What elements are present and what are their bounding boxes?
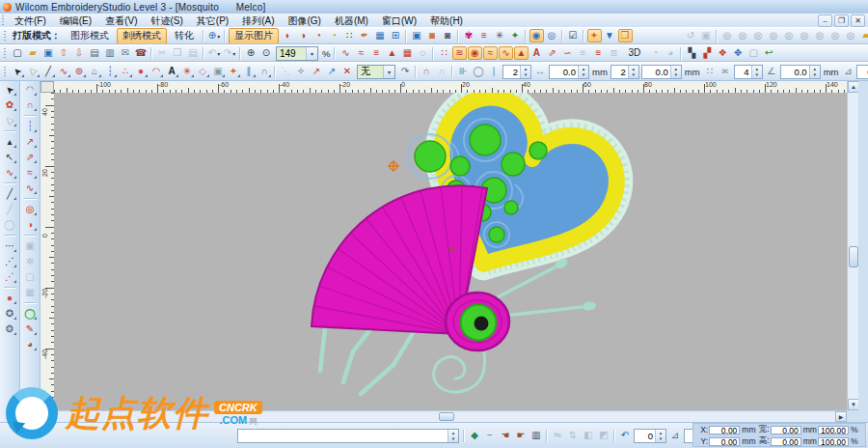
hoop-template-icon[interactable]: ◎ bbox=[782, 29, 797, 42]
figure-tool-icon[interactable]: ✦ bbox=[227, 65, 241, 78]
digitize-zero-icon[interactable]: ⊚ bbox=[72, 65, 87, 78]
person-green-icon[interactable]: ✦ bbox=[508, 29, 523, 42]
dropdown-caret[interactable]: ▾ bbox=[217, 50, 220, 57]
stitch-motif-icon[interactable]: ◌ bbox=[416, 46, 430, 60]
spinner[interactable]: ▴▾ bbox=[448, 430, 458, 442]
underlay-combo[interactable]: 无▾ bbox=[357, 65, 395, 79]
spinner[interactable]: ▴▾ bbox=[578, 66, 588, 78]
open-folder-gold-icon[interactable]: ▰ bbox=[859, 29, 868, 42]
menu-item[interactable]: 机器(M) bbox=[328, 15, 375, 26]
zoom-in-icon[interactable]: ⊕ bbox=[244, 46, 258, 60]
length-icon[interactable]: ↔ bbox=[533, 65, 548, 78]
select-flower-icon[interactable]: ✿ bbox=[3, 98, 17, 112]
select-white-icon[interactable]: ➤ bbox=[3, 114, 17, 127]
line-tool-icon[interactable]: ╱ bbox=[41, 65, 56, 78]
field-value[interactable]: 0 bbox=[635, 430, 655, 442]
spinner[interactable]: ▴▾ bbox=[520, 66, 530, 78]
arc-red-icon[interactable]: ∩ bbox=[420, 65, 434, 78]
leaf-gold-icon[interactable]: ◔ bbox=[327, 29, 341, 42]
angle-icon[interactable]: ∠ bbox=[764, 65, 778, 78]
width-value-field[interactable]: 0.00 bbox=[771, 426, 801, 434]
field-value[interactable]: 4 bbox=[735, 66, 751, 78]
stitch-count-field[interactable]: 2▴▾ bbox=[502, 65, 531, 79]
lettering-tool-icon[interactable]: A bbox=[165, 65, 179, 78]
digitize-run-icon[interactable]: ∿ bbox=[57, 65, 71, 78]
hoop-template-icon[interactable]: ◎ bbox=[767, 29, 781, 42]
open-icon[interactable]: ▰ bbox=[26, 46, 41, 60]
scale-y-field[interactable]: 100.00 bbox=[818, 437, 849, 446]
paste-icon[interactable]: ▤ bbox=[186, 46, 201, 60]
spinner[interactable]: ▴▾ bbox=[751, 66, 762, 78]
dashed-line-icon[interactable]: ┆ bbox=[103, 65, 118, 78]
hoop-globe-icon[interactable]: ⊕▾ bbox=[207, 29, 222, 42]
menu-item[interactable]: 查看(V) bbox=[98, 15, 144, 26]
path-red-icon[interactable]: ↗ bbox=[310, 65, 324, 78]
effect-texture-icon[interactable]: ▲ bbox=[514, 46, 529, 60]
undo-machine-icon[interactable]: ↺ bbox=[684, 29, 698, 42]
arrow-red2-icon[interactable]: ⇗ bbox=[23, 151, 38, 164]
nodes-gray-icon[interactable]: ⋱ bbox=[279, 65, 293, 78]
select-open-tool-icon[interactable]: ➤ bbox=[26, 65, 41, 78]
run-bar-icon[interactable]: ∣ bbox=[487, 65, 502, 78]
arc-pen-icon[interactable]: ◠ bbox=[23, 83, 38, 97]
mirror-h-icon[interactable]: ◧ bbox=[582, 429, 596, 442]
mirror-v-icon[interactable]: ◩ bbox=[597, 429, 611, 442]
pen-red-icon[interactable]: ✎ bbox=[23, 322, 38, 336]
ball-brown-icon[interactable]: ◕ bbox=[23, 338, 38, 351]
point-select-icon[interactable]: ▴ bbox=[3, 135, 17, 149]
menu-item[interactable]: 针迹(S) bbox=[144, 15, 189, 26]
hoop-template-icon[interactable]: ◎ bbox=[751, 29, 766, 42]
head[interactable] bbox=[446, 293, 509, 350]
person-box-icon[interactable]: ❒ bbox=[618, 29, 633, 42]
view-3d-button[interactable]: 3D bbox=[622, 45, 646, 62]
wand-icon[interactable]: ✧ bbox=[294, 65, 309, 78]
stitch-edit-icon[interactable]: ∿ bbox=[3, 166, 17, 180]
move-icon[interactable]: ✥ bbox=[731, 46, 746, 60]
hand-right-icon[interactable]: ☛ bbox=[514, 429, 529, 442]
swap-colors-icon[interactable]: ↷ bbox=[398, 65, 413, 78]
embroidery-mode-button[interactable]: 刺绣模式 bbox=[117, 28, 167, 44]
horseshoe-icon[interactable]: ∩ bbox=[23, 98, 38, 112]
hoop-template-icon[interactable]: ◎ bbox=[798, 29, 812, 42]
lettering-red-icon[interactable]: A bbox=[529, 46, 544, 60]
skew-icon[interactable]: ⊿ bbox=[668, 429, 683, 442]
effect-zigzag-icon[interactable]: ≋ bbox=[452, 46, 467, 60]
stitch-grid-icon[interactable]: ▦ bbox=[400, 46, 415, 60]
density-field[interactable]: 4▴▾ bbox=[734, 65, 763, 79]
export-icon[interactable]: ⇩ bbox=[72, 46, 87, 60]
pen-gray-icon[interactable]: ╱ bbox=[3, 203, 17, 216]
circle-tool-icon[interactable]: ● bbox=[134, 65, 149, 78]
monogram-tool-icon[interactable]: ✳ bbox=[180, 65, 195, 78]
ring-green-icon[interactable]: ◯ bbox=[23, 307, 38, 321]
quarter2-dis-icon[interactable]: ◕ bbox=[664, 46, 678, 60]
spinner[interactable]: ▴▾ bbox=[670, 66, 681, 78]
gear-gray-icon[interactable]: ✲ bbox=[23, 255, 38, 268]
connect-machine-icon[interactable]: ☎ bbox=[134, 46, 149, 60]
half-circle-icon[interactable]: ◑ bbox=[23, 218, 38, 232]
dropdown-caret[interactable]: ▾ bbox=[232, 50, 235, 57]
close-button[interactable]: ✕ bbox=[851, 14, 865, 27]
toggle-on-icon[interactable]: ◉ bbox=[529, 29, 544, 42]
x-value-field[interactable]: 0.00 bbox=[709, 426, 740, 434]
team-names-icon[interactable]: ✳ bbox=[493, 29, 507, 42]
trim-icon[interactable]: − bbox=[483, 429, 498, 442]
spinner[interactable]: ▴▾ bbox=[655, 430, 665, 442]
undo-icon[interactable]: ↶▾ bbox=[207, 46, 222, 60]
field-value[interactable]: 0.0 bbox=[642, 66, 670, 78]
pull-comp-field[interactable]: 0.0▴▾ bbox=[780, 65, 821, 79]
squiggle2-icon[interactable]: ∿ bbox=[23, 182, 38, 195]
spinner[interactable]: ▴▾ bbox=[628, 66, 638, 78]
box-gray-icon[interactable]: ▢ bbox=[23, 270, 38, 284]
red-list-icon[interactable]: ≡ bbox=[591, 46, 606, 60]
dropdown-caret[interactable]: ▾ bbox=[383, 66, 394, 78]
checker-red-icon[interactable]: ▞ bbox=[700, 46, 715, 60]
nodes-icon[interactable]: ⋰ bbox=[3, 255, 17, 268]
list-dis-icon[interactable]: ≡ bbox=[576, 46, 590, 60]
effect-sphere-icon[interactable]: ◉ bbox=[468, 46, 482, 60]
stitch-satin-icon[interactable]: ≈ bbox=[354, 46, 368, 60]
show-picture-button[interactable]: 显示图片 bbox=[229, 28, 279, 44]
digitize-area-icon[interactable]: ⌂ bbox=[88, 65, 102, 78]
menu-item[interactable]: 其它(P) bbox=[190, 15, 235, 26]
stitch-points-icon[interactable]: ∷ bbox=[342, 29, 357, 42]
scroll-right-button[interactable]: ▶ bbox=[835, 411, 847, 422]
